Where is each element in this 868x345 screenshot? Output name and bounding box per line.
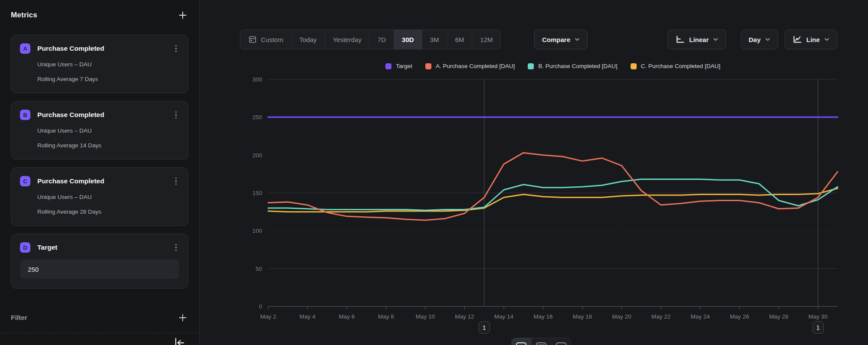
x-axis-tick-label: May 4 [299, 313, 316, 320]
line-chart: May 2May 4May 6May 8May 10May 12May 14Ma… [200, 0, 868, 345]
metric-badge-b: B [20, 110, 30, 120]
annotation-badge-1[interactable]: 1 [479, 321, 490, 334]
collapse-sidebar-button[interactable] [173, 337, 185, 345]
target-card-header: D Target [20, 242, 179, 253]
split-view-icon [556, 342, 566, 345]
metric-menu-button[interactable] [173, 110, 180, 120]
x-axis-tick-label: May 16 [533, 313, 552, 320]
metric-measure: Unique Users – DAU [37, 61, 179, 68]
x-axis-tick-label: May 18 [573, 313, 592, 320]
metric-title: Purchase Completed [37, 177, 173, 185]
target-value-input[interactable] [20, 260, 179, 279]
x-axis-tick-label: May 26 [730, 313, 749, 320]
x-axis-tick-label: May 8 [378, 313, 394, 320]
metric-menu-button[interactable] [173, 176, 180, 187]
x-axis-tick-label: May 28 [769, 313, 788, 320]
metric-badge-d: D [20, 242, 30, 253]
series-line-c-purchase-completed-dau[interactable] [268, 189, 838, 212]
filter-label: Filter [11, 314, 27, 322]
target-card[interactable]: D Target [11, 234, 188, 289]
metric-rolling-average: Rolling Average 14 Days [37, 142, 179, 150]
y-axis-tick-label: 100 [252, 228, 262, 234]
metric-title: Purchase Completed [37, 111, 173, 119]
annotation-badge-2[interactable]: 1 [812, 321, 824, 334]
x-axis-tick-label: May 14 [494, 313, 514, 320]
chart-view-icon [516, 342, 526, 345]
metrics-dashboard: Metrics A Purchase Completed Unique User… [0, 0, 868, 345]
metrics-sidebar: Metrics A Purchase Completed Unique User… [0, 0, 200, 345]
view-mode-split[interactable] [551, 338, 571, 345]
view-mode-toggle [511, 338, 571, 345]
metric-card-c[interactable]: C Purchase Completed Unique Users – DAU … [11, 167, 188, 226]
x-axis-tick-label: May 30 [809, 313, 828, 320]
target-menu-button[interactable] [173, 242, 180, 253]
x-axis-tick-label: May 22 [651, 313, 671, 320]
collapse-left-icon [173, 337, 185, 345]
x-axis-tick-label: May 2 [260, 313, 276, 320]
filter-section: Filter [11, 311, 188, 324]
metric-measure: Unique Users – DAU [37, 193, 179, 201]
metric-card-header: B Purchase Completed [20, 110, 179, 120]
chart-panel: CustomTodayYesterday7D30D3M6M12M Compare… [200, 0, 868, 345]
plus-icon [178, 10, 187, 20]
metric-card-header: C Purchase Completed [20, 176, 179, 186]
add-metric-button[interactable] [177, 10, 188, 21]
x-axis-tick-label: May 10 [416, 313, 435, 320]
add-filter-button[interactable] [177, 312, 188, 323]
metric-menu-button[interactable] [173, 43, 180, 54]
metric-title: Purchase Completed [37, 45, 173, 52]
sidebar-footer [0, 333, 200, 345]
sidebar-header: Metrics [11, 10, 188, 21]
sidebar-title: Metrics [11, 11, 37, 20]
x-axis-tick-label: May 12 [455, 313, 474, 320]
x-axis-tick-label: May 24 [690, 313, 710, 320]
y-axis-tick-label: 300 [252, 76, 262, 83]
metric-card-a[interactable]: A Purchase Completed Unique Users – DAU … [11, 35, 188, 93]
metric-badge-a: A [20, 43, 30, 54]
y-axis-tick-label: 150 [252, 190, 262, 196]
plus-icon [178, 313, 187, 322]
metric-card-b[interactable]: B Purchase Completed Unique Users – DAU … [11, 101, 188, 159]
metric-rolling-average: Rolling Average 7 Days [37, 75, 179, 83]
target-title: Target [37, 244, 173, 251]
y-axis-tick-label: 200 [252, 152, 262, 159]
metric-badge-c: C [20, 176, 30, 186]
y-axis-tick-label: 0 [259, 303, 262, 310]
x-axis-tick-label: May 6 [339, 313, 355, 320]
metric-measure: Unique Users – DAU [37, 127, 179, 135]
view-mode-table[interactable] [532, 338, 552, 345]
view-mode-chart[interactable] [512, 338, 532, 345]
metric-rolling-average: Rolling Average 28 Days [37, 208, 179, 216]
metric-card-header: A Purchase Completed [20, 43, 179, 54]
x-axis-tick-label: May 20 [612, 313, 631, 320]
y-axis-tick-label: 50 [256, 266, 262, 272]
table-view-icon [536, 342, 546, 345]
y-axis-tick-label: 250 [252, 114, 262, 120]
